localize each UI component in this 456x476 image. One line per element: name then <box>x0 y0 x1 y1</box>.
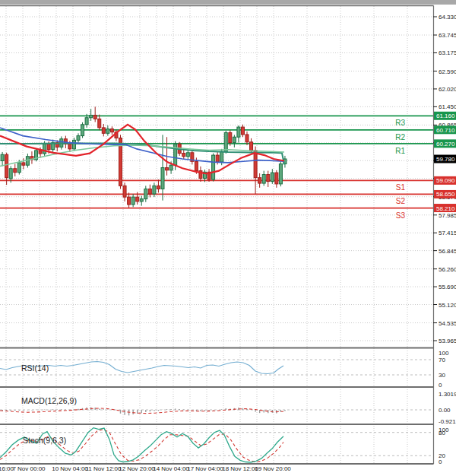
macd-panel[interactable] <box>0 388 433 424</box>
trading-chart-window: R3R2R1S1S2S3 64.33063.74563.17562.59062.… <box>0 0 456 476</box>
stoch-panel[interactable] <box>0 425 433 463</box>
time-axis[interactable] <box>0 464 433 476</box>
price-axis[interactable] <box>433 6 456 464</box>
main-price-panel[interactable] <box>0 6 433 344</box>
rsi-panel[interactable] <box>0 348 433 386</box>
window-top-strip <box>0 0 456 5</box>
chart-canvas: R3R2R1S1S2S3 64.33063.74563.17562.59062.… <box>0 0 456 476</box>
